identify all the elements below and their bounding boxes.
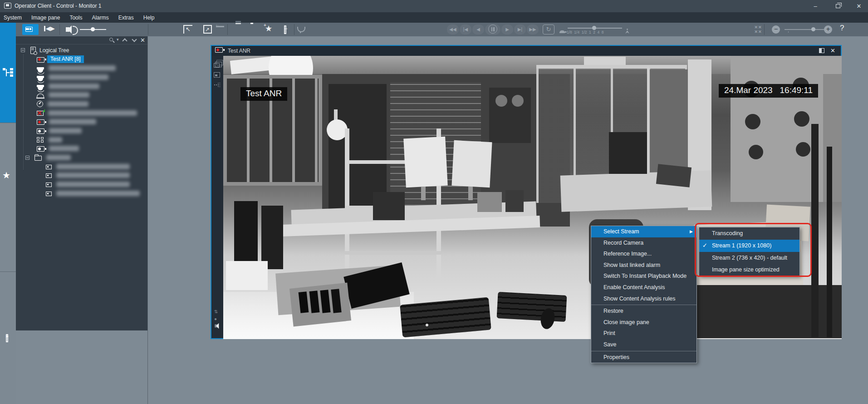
add-favorite-button[interactable]: +★ bbox=[265, 24, 272, 34]
context-menu-item-show-content-analysis-rules[interactable]: Show Content Analysis rules bbox=[591, 293, 696, 305]
camera-image-pane[interactable]: Test ANR ✕ ⇅ ● Test ANR 24.Mar 2023 16:4… bbox=[211, 45, 842, 339]
rewind-button[interactable]: ◀◀ bbox=[447, 25, 459, 34]
search-prev-icon[interactable] bbox=[122, 38, 127, 43]
context-menu-item-show-last-linked-alarm[interactable]: Show last linked alarm bbox=[591, 260, 696, 271]
cam-child-icon bbox=[46, 165, 52, 169]
pane-close-icon[interactable]: ✕ bbox=[830, 47, 835, 54]
pane-slider-knob[interactable] bbox=[811, 27, 815, 31]
pane-layout-icon[interactable] bbox=[819, 48, 824, 53]
live-mode-button[interactable] bbox=[22, 24, 39, 35]
toolbar-divider bbox=[59, 24, 60, 35]
tab-logical-tree[interactable] bbox=[0, 23, 16, 123]
context-menu-item-record-camera[interactable]: Record Camera bbox=[591, 237, 696, 249]
menu-item-tools[interactable]: Tools bbox=[69, 15, 82, 21]
tree-row[interactable] bbox=[16, 82, 147, 91]
context-menu-item-restore[interactable]: Restore bbox=[591, 305, 696, 317]
tab-bookmarks[interactable]: ▶ bbox=[3, 333, 13, 341]
context-menu-item-reference-image-[interactable]: Reference Image... bbox=[591, 248, 696, 260]
tree-row[interactable] bbox=[16, 144, 147, 153]
tree-row[interactable] bbox=[16, 135, 147, 144]
speed-labels: 1/81/41/21248 bbox=[567, 30, 627, 34]
more-panes-button[interactable]: + bbox=[824, 25, 832, 34]
restore-button[interactable] bbox=[830, 0, 846, 12]
play-forward-button[interactable]: ▶ bbox=[501, 25, 513, 34]
ptz-icon bbox=[37, 85, 44, 87]
tree-row[interactable] bbox=[16, 73, 147, 82]
fewer-panes-button[interactable]: − bbox=[772, 25, 780, 34]
volume-slider-knob[interactable] bbox=[91, 27, 95, 31]
cam-child-icon bbox=[46, 173, 52, 178]
submenu-item-transcoding[interactable]: Transcoding bbox=[699, 227, 799, 240]
tree-row[interactable] bbox=[16, 180, 147, 189]
toolbar-divider bbox=[294, 24, 294, 35]
tab-favorites[interactable]: ★ bbox=[2, 170, 10, 181]
tree-row[interactable] bbox=[16, 153, 147, 162]
menu-item-help[interactable]: Help bbox=[143, 15, 155, 21]
tree-row[interactable] bbox=[16, 126, 147, 135]
picture-in-picture-icon[interactable] bbox=[214, 72, 220, 78]
step-back-button[interactable]: |◀ bbox=[460, 25, 471, 34]
context-menu-item-properties[interactable]: Properties bbox=[591, 352, 696, 363]
help-button[interactable]: ? bbox=[840, 24, 844, 33]
speed-label: 4 bbox=[597, 30, 599, 34]
tree-panel-close-icon[interactable]: ✕ bbox=[140, 37, 145, 44]
video-image[interactable]: Test ANR 24.Mar 2023 16:49:11 bbox=[223, 56, 842, 339]
tree-selected-row[interactable]: Test ANR [8] bbox=[16, 55, 147, 64]
context-menu-item-enable-content-analysis[interactable]: Enable Content Analysis bbox=[591, 282, 696, 293]
context-menu-item-close-image-pane[interactable]: Close image pane bbox=[591, 317, 696, 328]
search-next-icon[interactable] bbox=[132, 37, 137, 42]
context-menu-item-select-stream[interactable]: Select Stream▶ bbox=[591, 226, 696, 237]
menu-item-extras[interactable]: Extras bbox=[118, 15, 134, 21]
context-menu-item-switch-to-instant-playback-mode[interactable]: Switch To Instant Playback Mode bbox=[591, 271, 696, 282]
fast-forward-button[interactable]: ▶▶ bbox=[527, 25, 539, 34]
menu-item-alarms[interactable]: Alarms bbox=[92, 15, 108, 21]
video-scene-shape bbox=[489, 88, 531, 143]
tree-row[interactable] bbox=[16, 162, 147, 171]
tree-rows: Logical TreeTest ANR [8] bbox=[16, 46, 147, 198]
context-menu-item-save[interactable]: Save bbox=[591, 339, 696, 350]
context-menu-item-print[interactable]: Print bbox=[591, 328, 696, 339]
tree-row[interactable] bbox=[16, 99, 147, 108]
tree-row[interactable] bbox=[16, 118, 147, 127]
tree-row[interactable] bbox=[16, 90, 147, 99]
speaker-icon[interactable] bbox=[66, 27, 69, 32]
tree-row[interactable] bbox=[16, 171, 147, 180]
instant-playback-button[interactable]: ◀▶ bbox=[42, 25, 57, 34]
step-forward-button[interactable]: ▶| bbox=[514, 25, 526, 34]
search-caret-icon[interactable]: ▾ bbox=[117, 37, 119, 42]
blurred-label bbox=[49, 137, 62, 143]
restore-layout-button[interactable] bbox=[183, 25, 192, 34]
tree-row[interactable] bbox=[16, 189, 147, 198]
toolbar: ◀▶ +★ + ◀◀ |◀ ◀ ▶ ▶| ▶▶ ↻ 1/81/41/2 bbox=[16, 23, 868, 36]
video-scene-shape bbox=[584, 57, 626, 66]
stacked-panes-icon[interactable] bbox=[214, 63, 220, 68]
video-scene-shape bbox=[403, 137, 448, 188]
folder-icon bbox=[34, 156, 42, 161]
search-icon[interactable] bbox=[109, 38, 113, 41]
submenu-item-stream-2-736-x-420-default[interactable]: Stream 2 (736 x 420) - default bbox=[699, 252, 799, 264]
add-bookmark-button[interactable]: + bbox=[282, 25, 291, 34]
submenu-item-stream-1-1920-x-1080-[interactable]: Stream 1 (1920 x 1080)✓ bbox=[699, 240, 799, 252]
pause-button[interactable] bbox=[485, 24, 500, 35]
tree-row[interactable] bbox=[16, 108, 147, 118]
pane-slider-track[interactable] bbox=[785, 29, 830, 30]
expander-icon[interactable] bbox=[25, 156, 29, 160]
video-scene-shape bbox=[749, 145, 763, 159]
blurred-label bbox=[56, 191, 140, 196]
menu-item-image-pane[interactable]: Image pane bbox=[31, 15, 60, 21]
close-button[interactable]: ✕ bbox=[851, 0, 867, 12]
tree-row[interactable] bbox=[16, 64, 147, 73]
speed-slider-knob[interactable] bbox=[592, 26, 596, 30]
submenu-item-image-pane-size-optimized[interactable]: Image pane size optimized bbox=[699, 264, 799, 276]
minimize-button[interactable]: – bbox=[808, 0, 823, 12]
close-all-panes-button[interactable]: ✕✕✕✕ bbox=[753, 25, 763, 34]
star-icon: ★ bbox=[2, 170, 10, 180]
expander-icon[interactable] bbox=[21, 48, 25, 52]
menu-item-system[interactable]: System bbox=[4, 15, 22, 21]
maximize-pane-button[interactable] bbox=[203, 25, 212, 34]
video-scene-shape bbox=[373, 192, 405, 220]
loop-playback-button[interactable]: ↻ bbox=[543, 25, 554, 34]
play-back-button[interactable]: ◀ bbox=[472, 25, 484, 34]
tree-root-row[interactable]: Logical Tree bbox=[16, 46, 147, 55]
blurred-label bbox=[48, 101, 88, 107]
